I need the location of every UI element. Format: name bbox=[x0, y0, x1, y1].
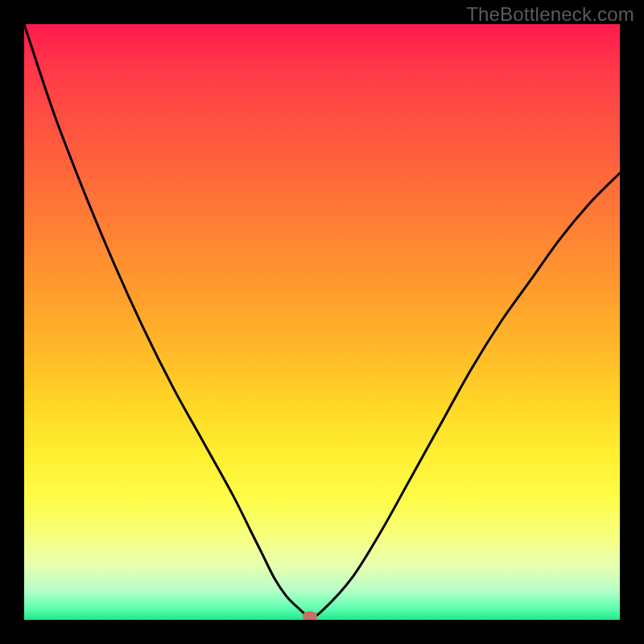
watermark-text: TheBottleneck.com bbox=[466, 3, 634, 26]
chart-frame: TheBottleneck.com bbox=[0, 0, 644, 644]
bottleneck-curve bbox=[24, 24, 620, 620]
plot-area bbox=[24, 24, 620, 620]
optimum-marker bbox=[303, 612, 317, 620]
